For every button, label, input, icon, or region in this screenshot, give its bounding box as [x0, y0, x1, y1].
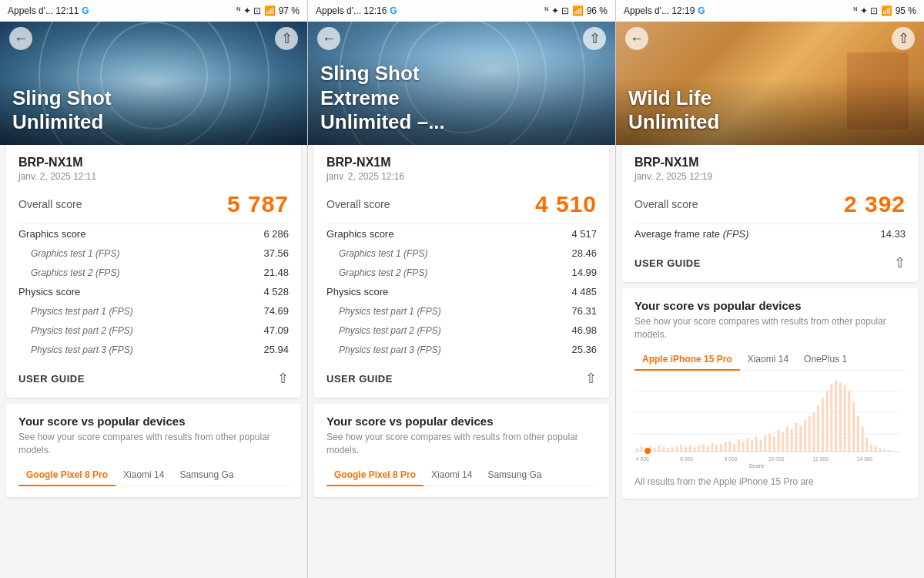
battery-3: 95 % [896, 5, 916, 16]
physics-test2-row-1: Physics test part 2 (FPS) 47.09 [18, 321, 289, 340]
device-date-1: janv. 2, 2025 12:11 [18, 171, 289, 182]
back-button-2[interactable]: ← [317, 27, 340, 50]
all-results-text-3: All results from the Apple iPhone 15 Pro… [634, 476, 906, 489]
svg-text:8 000: 8 000 [725, 456, 738, 462]
physics-test1-label-1: Physics test part 1 (FPS) [18, 306, 133, 317]
svg-rect-5 [641, 446, 643, 451]
physics-test1-value-2: 76.31 [571, 305, 597, 317]
svg-rect-16 [689, 445, 691, 451]
device-date-2: janv. 2, 2025 12:16 [326, 171, 597, 182]
back-button-3[interactable]: ← [625, 27, 648, 50]
physics-test2-label-1: Physics test part 2 (FPS) [18, 325, 133, 336]
overall-value-1: 5 787 [227, 191, 289, 217]
svg-rect-44 [812, 412, 815, 452]
avg-fps-label-3: Average frame rate (FPS) [634, 228, 749, 240]
chart-area-3: 4 000 6 000 8 000 10 000 12 000 14 000 S… [634, 377, 906, 469]
hero-overlay-3: Wild LifeUnlimited [616, 79, 924, 145]
graphics-test1-label-2: Graphics test 1 (FPS) [326, 248, 427, 259]
share-icon-2[interactable]: ⇧ [585, 370, 597, 387]
share-button-hero-2[interactable]: ⇧ [583, 27, 606, 50]
svg-rect-4 [636, 448, 638, 452]
physics-score-value-1: 4 528 [263, 286, 289, 297]
graphics-score-row-1: Graphics score 6 286 [18, 224, 289, 244]
svg-rect-60 [883, 449, 886, 452]
svg-rect-13 [676, 445, 678, 451]
svg-rect-38 [786, 426, 788, 451]
tab-google-pixel-1[interactable]: Google Pixel 8 Pro [18, 465, 116, 486]
svg-rect-36 [778, 430, 780, 452]
physics-test3-label-2: Physics test part 3 (FPS) [326, 344, 441, 355]
tab-row-3: Apple iPhone 15 Pro Xiaomi 14 OnePlus 1 [634, 349, 906, 371]
phone-panel-3: Appels d'... 12:19 G ᴺ ✦ ⊡ 📶 95 % ← ⇧ Wi… [616, 0, 924, 578]
tab-google-pixel-2[interactable]: Google Pixel 8 Pro [326, 465, 424, 486]
share-icon-1[interactable]: ⇧ [277, 370, 289, 387]
svg-rect-26 [733, 443, 735, 451]
tab-xiaomi-3[interactable]: Xiaomi 14 [740, 349, 796, 370]
nav-bar-3: ← ⇧ [616, 22, 924, 55]
user-guide-label-1[interactable]: USER GUIDE [18, 373, 85, 385]
user-guide-label-3[interactable]: USER GUIDE [634, 257, 701, 269]
physics-score-value-2: 4 485 [571, 286, 597, 297]
tab-xiaomi-1[interactable]: Xiaomi 14 [116, 465, 172, 486]
svg-text:14 000: 14 000 [857, 456, 873, 462]
phone-panel-1: Appels d'... 12:11 G ᴺ ✦ ⊡ 📶 97 % ← ⇧ Sl… [0, 0, 308, 578]
signal-icons-1: ᴺ ✦ ⊡ 📶 [236, 5, 276, 16]
svg-rect-59 [879, 448, 882, 452]
tab-xiaomi-2[interactable]: Xiaomi 14 [424, 465, 480, 486]
graphics-test1-value-2: 28.46 [571, 247, 597, 259]
status-right-3: ᴺ ✦ ⊡ 📶 95 % [853, 5, 916, 16]
tab-samsung-2[interactable]: Samsung Ga [480, 465, 549, 486]
share-button-hero-3[interactable]: ⇧ [892, 27, 915, 50]
graphics-score-label-2: Graphics score [326, 228, 393, 240]
graphics-test1-value-1: 37.56 [263, 247, 289, 259]
graphics-test2-label-2: Graphics test 2 (FPS) [326, 267, 427, 278]
physics-test3-value-1: 25.94 [263, 344, 289, 355]
phone-panel-2: Appels d'... 12:16 G ᴺ ✦ ⊡ 📶 96 % ← ⇧ Sl… [308, 0, 616, 578]
svg-rect-14 [680, 444, 682, 451]
svg-text:Score: Score [748, 462, 764, 469]
popular-title-3: Your score vs popular devices [634, 299, 906, 312]
graphics-score-row-2: Graphics score 4 517 [326, 224, 597, 244]
graphics-score-label-1: Graphics score [18, 228, 85, 240]
svg-text:6 000: 6 000 [680, 456, 693, 462]
svg-rect-56 [865, 437, 868, 451]
hero-1: ← ⇧ Sling ShotUnlimited [0, 22, 307, 145]
physics-test1-value-1: 74.69 [263, 305, 289, 317]
svg-rect-39 [791, 428, 793, 452]
physics-test2-value-1: 47.09 [263, 324, 289, 336]
tab-oneplus-3[interactable]: OnePlus 1 [796, 349, 855, 370]
graphics-score-value-1: 6 286 [263, 228, 289, 240]
carrier-text-3: Appels d'... 12:19 [624, 5, 695, 16]
physics-test2-row-2: Physics test part 2 (FPS) 46.98 [326, 321, 597, 340]
user-guide-row-3: USER GUIDE ⇧ [634, 247, 906, 271]
svg-rect-12 [671, 447, 674, 452]
svg-rect-61 [888, 450, 890, 452]
signal-icons-2: ᴺ ✦ ⊡ 📶 [544, 5, 584, 16]
svg-rect-24 [725, 442, 727, 452]
svg-rect-45 [817, 405, 819, 452]
carrier-g-1: G [82, 5, 89, 16]
overall-label-1: Overall score [18, 198, 82, 210]
status-left-1: Appels d'... 12:11 G [8, 5, 89, 16]
svg-rect-21 [711, 442, 713, 451]
graphics-test2-row-2: Graphics test 2 (FPS) 14.99 [326, 263, 597, 282]
tab-samsung-1[interactable]: Samsung Ga [172, 465, 241, 486]
back-button-1[interactable]: ← [9, 27, 32, 50]
tab-row-1: Google Pixel 8 Pro Xiaomi 14 Samsung Ga [18, 465, 289, 486]
graphics-test2-value-1: 21.48 [263, 267, 289, 278]
carrier-text-2: Appels d'... 12:16 [316, 5, 387, 16]
svg-rect-35 [773, 436, 775, 451]
svg-rect-25 [728, 441, 731, 452]
overall-score-row-3: Overall score 2 392 [634, 191, 906, 224]
battery-1: 97 % [279, 5, 300, 16]
graphics-score-value-2: 4 517 [571, 228, 597, 240]
svg-rect-20 [707, 446, 709, 451]
user-guide-label-2[interactable]: USER GUIDE [326, 373, 393, 385]
share-icon-3[interactable]: ⇧ [894, 254, 906, 271]
tab-apple-iphone-3[interactable]: Apple iPhone 15 Pro [634, 349, 740, 371]
share-button-hero-1[interactable]: ⇧ [275, 27, 298, 50]
graphics-test2-value-2: 14.99 [571, 267, 597, 278]
graphics-test1-label-1: Graphics test 1 (FPS) [18, 248, 119, 259]
svg-rect-47 [826, 391, 829, 451]
physics-test3-label-1: Physics test part 3 (FPS) [18, 344, 133, 355]
